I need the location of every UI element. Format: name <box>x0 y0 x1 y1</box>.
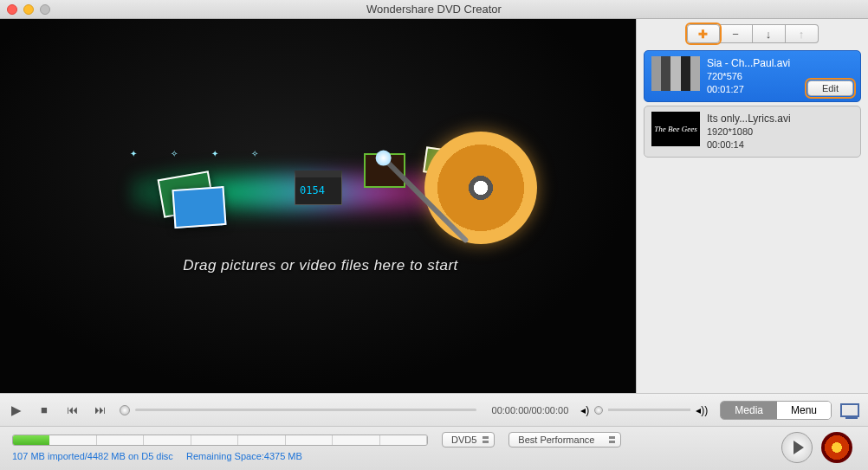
timeline-slider[interactable] <box>120 405 476 415</box>
media-toolbar: ✚ − ↓ ↑ <box>644 24 861 43</box>
close-window-button[interactable] <box>7 4 17 15</box>
preview-drop-area[interactable]: ✦ ✧ ✦ ✧ Drag pictures or video files her… <box>0 19 636 393</box>
status-bar: DVD5 Best Performance 107 MB imported/44… <box>0 426 868 470</box>
stop-button[interactable]: ■ <box>36 403 52 416</box>
media-duration: 00:00:14 <box>707 138 853 151</box>
drop-illustration: ✦ ✧ ✦ ✧ Drag pictures or video files her… <box>78 106 563 296</box>
media-sidebar: ✚ − ↓ ↑ Sia - Ch...Paul.avi 720*576 00:0… <box>636 19 868 393</box>
next-button[interactable]: ⏭ <box>92 403 107 416</box>
media-filename: Sia - Ch...Paul.avi <box>707 56 853 70</box>
move-up-button[interactable]: ↑ <box>786 24 819 43</box>
edit-media-button[interactable]: Edit <box>807 80 853 96</box>
imported-size-label: 107 MB imported/4482 MB on D5 disc <box>12 451 173 461</box>
quality-select[interactable]: Best Performance <box>508 432 621 447</box>
capacity-meter <box>12 435 428 446</box>
media-thumbnail: The Bee Gees <box>651 112 700 146</box>
preview-tv-icon[interactable] <box>840 403 859 417</box>
zoom-window-button[interactable] <box>40 4 50 15</box>
tab-media[interactable]: Media <box>721 402 777 419</box>
disc-type-select[interactable]: DVD5 <box>442 432 495 447</box>
media-resolution: 1920*1080 <box>707 126 853 138</box>
playback-controls: ▶ ■ ⏮ ⏭ 00:00:00/00:00:00 ◂) ◂)) Media M… <box>0 393 868 426</box>
play-button[interactable]: ▶ <box>9 402 24 418</box>
volume-control[interactable]: ◂) ◂)) <box>580 404 708 416</box>
media-item[interactable]: Sia - Ch...Paul.avi 720*576 00:01:27 Edi… <box>644 50 861 102</box>
media-item[interactable]: The Bee Gees Its only...Lyrics.avi 1920*… <box>644 106 861 158</box>
move-down-button[interactable]: ↓ <box>753 24 786 43</box>
media-thumbnail <box>651 56 700 91</box>
media-filename: Its only...Lyrics.avi <box>707 112 853 126</box>
drop-hint-text: Drag pictures or video files here to sta… <box>78 257 563 274</box>
remove-media-button[interactable]: − <box>720 24 753 43</box>
burn-disc-button[interactable] <box>821 432 852 463</box>
titlebar: Wondershare DVD Creator <box>0 0 868 19</box>
prev-button[interactable]: ⏮ <box>64 403 80 416</box>
minimize-window-button[interactable] <box>23 4 34 15</box>
window-title: Wondershare DVD Creator <box>0 3 868 16</box>
volume-high-icon: ◂)) <box>696 404 708 416</box>
preview-play-button[interactable] <box>781 432 813 463</box>
volume-low-icon: ◂) <box>580 404 589 416</box>
window-controls <box>7 4 50 15</box>
remaining-space-label: Remaining Space:4375 MB <box>186 451 302 461</box>
timecode-label: 00:00:00/00:00:00 <box>492 405 569 415</box>
disc-icon <box>424 132 537 244</box>
add-media-button[interactable]: ✚ <box>687 24 720 43</box>
view-tabs: Media Menu <box>720 401 832 420</box>
tab-menu[interactable]: Menu <box>777 402 831 419</box>
